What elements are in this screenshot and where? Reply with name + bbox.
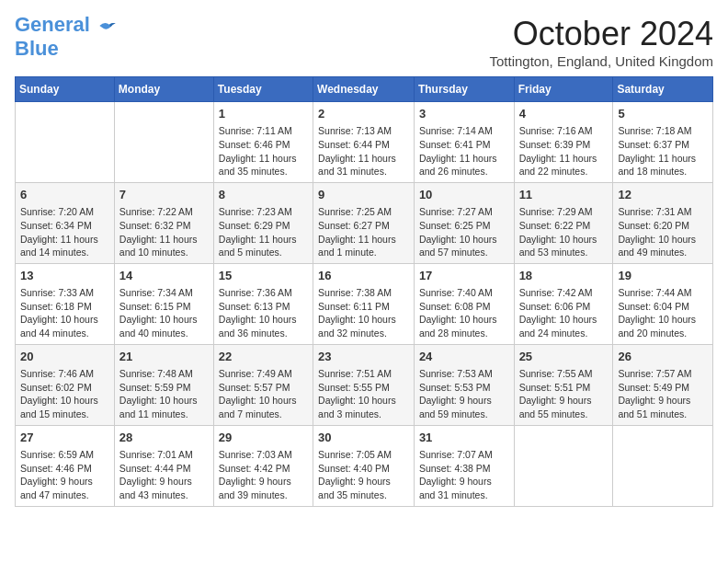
calendar-cell: 5Sunrise: 7:18 AM Sunset: 6:37 PM Daylig… xyxy=(613,102,713,183)
calendar-cell xyxy=(114,102,213,183)
day-number: 1 xyxy=(219,106,308,122)
cell-content: Sunrise: 7:13 AM Sunset: 6:44 PM Dayligh… xyxy=(318,124,409,178)
calendar-cell: 27Sunrise: 6:59 AM Sunset: 4:46 PM Dayli… xyxy=(16,425,115,506)
calendar-cell: 1Sunrise: 7:11 AM Sunset: 6:46 PM Daylig… xyxy=(213,102,313,183)
calendar-cell: 7Sunrise: 7:22 AM Sunset: 6:32 PM Daylig… xyxy=(114,182,213,263)
day-number: 2 xyxy=(318,106,409,122)
day-number: 15 xyxy=(219,268,308,284)
cell-content: Sunrise: 7:49 AM Sunset: 5:57 PM Dayligh… xyxy=(219,367,308,421)
calendar-cell: 16Sunrise: 7:38 AM Sunset: 6:11 PM Dayli… xyxy=(313,263,415,344)
day-number: 16 xyxy=(318,268,409,284)
calendar-cell: 15Sunrise: 7:36 AM Sunset: 6:13 PM Dayli… xyxy=(213,263,313,344)
day-number: 11 xyxy=(519,187,609,203)
day-number: 22 xyxy=(219,349,308,365)
calendar-cell: 28Sunrise: 7:01 AM Sunset: 4:44 PM Dayli… xyxy=(114,425,213,506)
calendar-cell: 21Sunrise: 7:48 AM Sunset: 5:59 PM Dayli… xyxy=(114,344,213,425)
cell-content: Sunrise: 7:29 AM Sunset: 6:22 PM Dayligh… xyxy=(519,205,609,259)
day-number: 23 xyxy=(318,349,409,365)
calendar-cell xyxy=(16,102,115,183)
header-thursday: Thursday xyxy=(414,77,514,102)
day-number: 28 xyxy=(119,430,209,446)
title-section: October 2024 Tottington, England, United… xyxy=(490,15,714,69)
logo-blue: Blue xyxy=(15,37,59,61)
calendar-cell: 6Sunrise: 7:20 AM Sunset: 6:34 PM Daylig… xyxy=(16,182,115,263)
calendar-cell: 13Sunrise: 7:33 AM Sunset: 6:18 PM Dayli… xyxy=(16,263,115,344)
bird-icon xyxy=(98,19,117,32)
month-title: October 2024 xyxy=(490,15,714,53)
cell-content: Sunrise: 7:11 AM Sunset: 6:46 PM Dayligh… xyxy=(219,124,308,178)
day-number: 13 xyxy=(20,268,109,284)
cell-content: Sunrise: 7:57 AM Sunset: 5:49 PM Dayligh… xyxy=(618,367,708,421)
cell-content: Sunrise: 7:07 AM Sunset: 4:38 PM Dayligh… xyxy=(419,448,509,502)
header-monday: Monday xyxy=(114,77,213,102)
calendar-cell: 8Sunrise: 7:23 AM Sunset: 6:29 PM Daylig… xyxy=(213,182,313,263)
calendar-cell: 26Sunrise: 7:57 AM Sunset: 5:49 PM Dayli… xyxy=(613,344,713,425)
calendar-header-row: SundayMondayTuesdayWednesdayThursdayFrid… xyxy=(16,77,713,102)
calendar-cell: 14Sunrise: 7:34 AM Sunset: 6:15 PM Dayli… xyxy=(114,263,213,344)
calendar-week-2: 6Sunrise: 7:20 AM Sunset: 6:34 PM Daylig… xyxy=(16,182,713,263)
cell-content: Sunrise: 7:53 AM Sunset: 5:53 PM Dayligh… xyxy=(419,367,509,421)
day-number: 14 xyxy=(119,268,209,284)
day-number: 9 xyxy=(318,187,409,203)
day-number: 24 xyxy=(419,349,509,365)
calendar-cell: 18Sunrise: 7:42 AM Sunset: 6:06 PM Dayli… xyxy=(514,263,613,344)
cell-content: Sunrise: 7:33 AM Sunset: 6:18 PM Dayligh… xyxy=(20,286,109,340)
calendar-cell: 10Sunrise: 7:27 AM Sunset: 6:25 PM Dayli… xyxy=(414,182,514,263)
calendar-week-1: 1Sunrise: 7:11 AM Sunset: 6:46 PM Daylig… xyxy=(16,102,713,183)
calendar-cell: 19Sunrise: 7:44 AM Sunset: 6:04 PM Dayli… xyxy=(613,263,713,344)
cell-content: Sunrise: 7:22 AM Sunset: 6:32 PM Dayligh… xyxy=(119,205,209,259)
header-wednesday: Wednesday xyxy=(313,77,415,102)
calendar-week-4: 20Sunrise: 7:46 AM Sunset: 6:02 PM Dayli… xyxy=(16,344,713,425)
cell-content: Sunrise: 7:16 AM Sunset: 6:39 PM Dayligh… xyxy=(519,124,609,178)
cell-content: Sunrise: 6:59 AM Sunset: 4:46 PM Dayligh… xyxy=(20,448,109,502)
day-number: 20 xyxy=(20,349,109,365)
calendar-cell: 22Sunrise: 7:49 AM Sunset: 5:57 PM Dayli… xyxy=(213,344,313,425)
cell-content: Sunrise: 7:03 AM Sunset: 4:42 PM Dayligh… xyxy=(219,448,308,502)
day-number: 6 xyxy=(20,187,109,203)
calendar-cell: 17Sunrise: 7:40 AM Sunset: 6:08 PM Dayli… xyxy=(414,263,514,344)
header-friday: Friday xyxy=(514,77,613,102)
cell-content: Sunrise: 7:01 AM Sunset: 4:44 PM Dayligh… xyxy=(119,448,209,502)
location: Tottington, England, United Kingdom xyxy=(490,53,714,69)
day-number: 21 xyxy=(119,349,209,365)
cell-content: Sunrise: 7:27 AM Sunset: 6:25 PM Dayligh… xyxy=(419,205,509,259)
cell-content: Sunrise: 7:18 AM Sunset: 6:37 PM Dayligh… xyxy=(618,124,708,178)
day-number: 26 xyxy=(618,349,708,365)
day-number: 30 xyxy=(318,430,409,446)
calendar-cell: 9Sunrise: 7:25 AM Sunset: 6:27 PM Daylig… xyxy=(313,182,415,263)
day-number: 10 xyxy=(419,187,509,203)
day-number: 18 xyxy=(519,268,609,284)
cell-content: Sunrise: 7:51 AM Sunset: 5:55 PM Dayligh… xyxy=(318,367,409,421)
header-saturday: Saturday xyxy=(613,77,713,102)
header-tuesday: Tuesday xyxy=(213,77,313,102)
day-number: 19 xyxy=(618,268,708,284)
cell-content: Sunrise: 7:46 AM Sunset: 6:02 PM Dayligh… xyxy=(20,367,109,421)
calendar-cell xyxy=(613,425,713,506)
header-sunday: Sunday xyxy=(16,77,115,102)
day-number: 7 xyxy=(119,187,209,203)
calendar-cell: 2Sunrise: 7:13 AM Sunset: 6:44 PM Daylig… xyxy=(313,102,415,183)
calendar-week-5: 27Sunrise: 6:59 AM Sunset: 4:46 PM Dayli… xyxy=(16,425,713,506)
logo-text: General xyxy=(15,15,117,35)
cell-content: Sunrise: 7:55 AM Sunset: 5:51 PM Dayligh… xyxy=(519,367,609,421)
day-number: 31 xyxy=(419,430,509,446)
calendar-cell: 31Sunrise: 7:07 AM Sunset: 4:38 PM Dayli… xyxy=(414,425,514,506)
cell-content: Sunrise: 7:20 AM Sunset: 6:34 PM Dayligh… xyxy=(20,205,109,259)
day-number: 12 xyxy=(618,187,708,203)
calendar-table: SundayMondayTuesdayWednesdayThursdayFrid… xyxy=(15,76,713,507)
day-number: 5 xyxy=(618,106,708,122)
calendar-cell: 24Sunrise: 7:53 AM Sunset: 5:53 PM Dayli… xyxy=(414,344,514,425)
calendar-cell: 3Sunrise: 7:14 AM Sunset: 6:41 PM Daylig… xyxy=(414,102,514,183)
cell-content: Sunrise: 7:31 AM Sunset: 6:20 PM Dayligh… xyxy=(618,205,708,259)
day-number: 4 xyxy=(519,106,609,122)
cell-content: Sunrise: 7:25 AM Sunset: 6:27 PM Dayligh… xyxy=(318,205,409,259)
cell-content: Sunrise: 7:36 AM Sunset: 6:13 PM Dayligh… xyxy=(219,286,308,340)
cell-content: Sunrise: 7:14 AM Sunset: 6:41 PM Dayligh… xyxy=(419,124,509,178)
cell-content: Sunrise: 7:48 AM Sunset: 5:59 PM Dayligh… xyxy=(119,367,209,421)
calendar-cell: 25Sunrise: 7:55 AM Sunset: 5:51 PM Dayli… xyxy=(514,344,613,425)
cell-content: Sunrise: 7:34 AM Sunset: 6:15 PM Dayligh… xyxy=(119,286,209,340)
calendar-week-3: 13Sunrise: 7:33 AM Sunset: 6:18 PM Dayli… xyxy=(16,263,713,344)
page-header: General Blue October 2024 Tottington, En… xyxy=(15,15,713,69)
calendar-cell: 4Sunrise: 7:16 AM Sunset: 6:39 PM Daylig… xyxy=(514,102,613,183)
day-number: 27 xyxy=(20,430,109,446)
